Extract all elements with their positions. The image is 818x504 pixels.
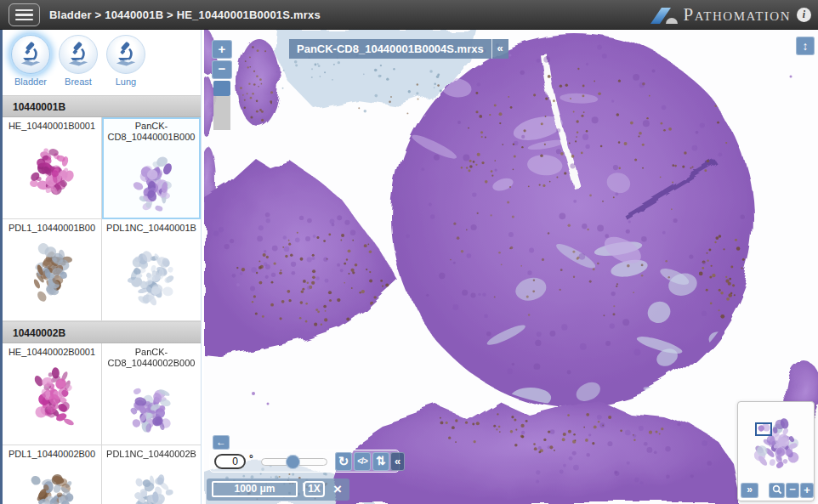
close-scalebar-icon[interactable]: × bbox=[328, 479, 347, 500]
rotation-input[interactable] bbox=[214, 454, 246, 469]
slide-thumbnail-cell[interactable]: HE_10440001B0001 bbox=[3, 117, 102, 219]
minimap-thumbnail bbox=[745, 406, 808, 478]
minimap-expand-button[interactable]: » bbox=[741, 483, 758, 498]
active-slide-name: PanCK-CD8_10440001B0004S.mrxs bbox=[289, 39, 491, 59]
whole-slide-image bbox=[204, 30, 818, 504]
brand-name: Pathomation bbox=[683, 4, 791, 25]
tab-bladder[interactable]: Bladder bbox=[6, 35, 55, 87]
slide-thumbnail-image bbox=[19, 462, 85, 504]
slide-thumbnail-image bbox=[19, 133, 85, 208]
zoom-slider-track bbox=[213, 96, 230, 130]
slide-thumbnail-label: PDL1_10440001B00 bbox=[4, 223, 99, 234]
slide-thumbnail-label: PDL1_10440002B00 bbox=[4, 449, 99, 460]
section-header[interactable]: 10440001B bbox=[3, 95, 202, 117]
slide-thumbnail-image bbox=[19, 235, 85, 310]
degree-symbol: ° bbox=[249, 453, 253, 465]
zoom-out-button[interactable]: − bbox=[212, 60, 232, 79]
slide-thumbnail-cell[interactable]: PDL1_10440002B00 bbox=[3, 445, 102, 504]
slide-thumbnail-image bbox=[118, 462, 185, 504]
slide-thumbnail-label: PanCK-CD8_10440001B000 bbox=[104, 121, 199, 143]
tab-label: Breast bbox=[54, 76, 103, 87]
rotation-panel: ° ↻ </> ⇅ « bbox=[209, 450, 400, 473]
info-icon[interactable]: i bbox=[797, 8, 811, 22]
collapse-toolbar-button[interactable]: « bbox=[390, 452, 405, 471]
slide-thumbnail-cell[interactable]: PanCK-CD8_10440001B000 bbox=[102, 117, 201, 219]
magnifier-icon[interactable] bbox=[769, 483, 785, 498]
active-slide-label-bar: PanCK-CD8_10440001B0004S.mrxs « bbox=[289, 39, 508, 59]
microscope-icon bbox=[17, 41, 44, 68]
collapse-label-button[interactable]: « bbox=[491, 39, 508, 59]
rotation-slider-handle[interactable] bbox=[286, 455, 300, 469]
slide-thumbnail-image bbox=[118, 144, 185, 219]
case-tabs: Bladder Breast Lung bbox=[3, 30, 202, 95]
rotate-reset-icon[interactable]: ↻ bbox=[335, 452, 352, 471]
swap-vertical-icon[interactable]: ⇅ bbox=[372, 452, 389, 471]
minimap-zoom-out-button[interactable]: − bbox=[786, 483, 799, 498]
slide-sections: 10440001B HE_10440001B0001 PanCK-CD8_104… bbox=[3, 95, 202, 504]
pathomation-viewer-app: Bladder > 10440001B > HE_10440001B0001S.… bbox=[0, 0, 818, 504]
brand-logo: Pathomation bbox=[647, 3, 791, 26]
slide-thumbnail-label: PanCK-CD8_10440002B000 bbox=[104, 347, 199, 369]
fit-vertical-button[interactable]: ↕ bbox=[796, 37, 815, 55]
zoom-slider-handle[interactable] bbox=[213, 81, 230, 96]
hamburger-menu-icon[interactable] bbox=[9, 3, 40, 26]
minimap-viewport-rect[interactable] bbox=[755, 422, 772, 436]
slide-viewport[interactable]: + − PanCK-CD8_10440001B0004S.mrxs « ↕ ← … bbox=[204, 30, 818, 504]
pathomation-logo-icon bbox=[647, 3, 681, 26]
magnification-button[interactable]: 1X bbox=[304, 481, 325, 497]
slide-thumbnail-label: PDL1NC_10440001B bbox=[104, 223, 199, 234]
zoom-in-button[interactable]: + bbox=[212, 40, 232, 59]
minimap-zoom-in-button[interactable]: + bbox=[800, 483, 814, 498]
breadcrumb: Bladder > 10440001B > HE_10440001B0001S.… bbox=[49, 0, 321, 30]
thumbnail-grid: HE_10440001B0001 PanCK-CD8_10440001B000 … bbox=[3, 117, 202, 321]
slide-thumbnail-cell[interactable]: PanCK-CD8_10440002B000 bbox=[102, 343, 201, 445]
microscope-icon bbox=[112, 41, 139, 68]
section-header[interactable]: 10440002B bbox=[3, 321, 202, 343]
slide-thumbnail-cell[interactable]: HE_10440002B0001 bbox=[3, 343, 102, 445]
slide-thumbnail-cell[interactable]: PDL1_10440001B00 bbox=[3, 219, 102, 321]
sidebar: Bladder Breast Lung 10440001B HE_1044000… bbox=[0, 30, 202, 504]
slide-thumbnail-image bbox=[118, 235, 185, 310]
overview-minimap[interactable]: » − + bbox=[737, 401, 815, 501]
back-arrow-button[interactable]: ← bbox=[213, 435, 230, 450]
slide-thumbnail-label: HE_10440002B0001 bbox=[4, 347, 99, 358]
slide-thumbnail-image bbox=[118, 371, 185, 445]
slide-thumbnail-cell[interactable]: PDL1NC_10440001B bbox=[102, 219, 201, 321]
top-bar: Bladder > 10440001B > HE_10440001B0001S.… bbox=[0, 0, 818, 30]
tab-breast[interactable]: Breast bbox=[54, 35, 103, 87]
zoom-slider[interactable] bbox=[213, 81, 230, 130]
tab-label: Lung bbox=[101, 76, 151, 87]
scalebar-length: 1000 μm bbox=[212, 481, 298, 497]
slide-thumbnail-label: HE_10440001B0001 bbox=[4, 121, 99, 132]
embed-code-icon[interactable]: </> bbox=[354, 452, 371, 471]
sidebar-edge-strip bbox=[0, 30, 3, 504]
microscope-icon bbox=[65, 41, 92, 68]
slide-thumbnail-cell[interactable]: PDL1NC_10440002B bbox=[102, 445, 201, 504]
tab-lung[interactable]: Lung bbox=[101, 35, 151, 87]
slide-thumbnail-label: PDL1NC_10440002B bbox=[104, 449, 199, 460]
scalebar-strip: 1000 μm 1X × bbox=[207, 479, 349, 501]
slide-thumbnail-image bbox=[19, 360, 85, 434]
thumbnail-grid: HE_10440002B0001 PanCK-CD8_10440002B000 … bbox=[3, 343, 202, 504]
tab-label: Bladder bbox=[6, 76, 55, 87]
